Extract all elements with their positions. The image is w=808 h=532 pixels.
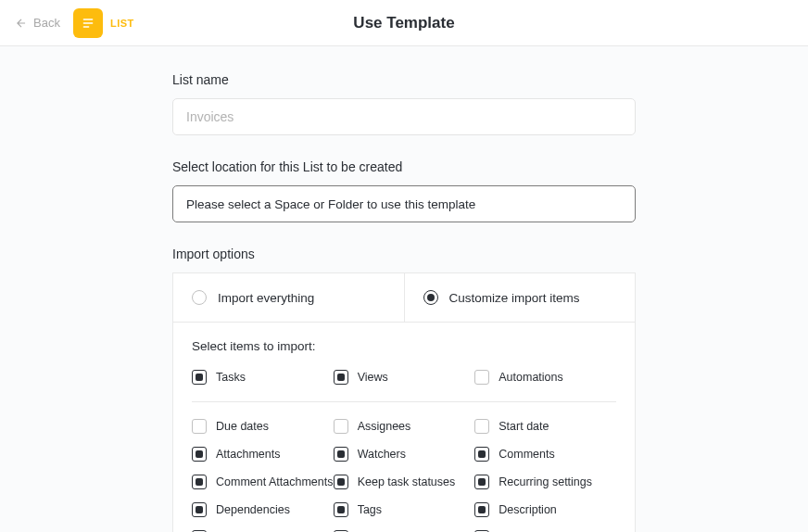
checkbox-attachments[interactable]: Attachments (192, 447, 334, 462)
items-box: Select items to import: TasksViewsAutoma… (172, 323, 636, 532)
list-badge (73, 8, 103, 38)
svg-rect-2 (83, 26, 90, 27)
checkbox-label: Keep task statuses (358, 475, 456, 488)
topbar: Back LIST Use Template (0, 0, 808, 46)
back-label: Back (33, 16, 60, 30)
checkbox-label: Tasks (216, 371, 246, 384)
checkbox-label: Due dates (216, 420, 269, 433)
checkbox-keepstatus[interactable]: Keep task statuses (334, 475, 475, 489)
badge-wrap: LIST (73, 8, 134, 38)
checkbox-label: Description (499, 503, 557, 516)
back-button[interactable]: Back (15, 16, 60, 30)
checkbox-box (474, 475, 489, 489)
items-grid: Due datesAttachmentsComment AttachmentsD… (192, 419, 616, 532)
checkbox-box (474, 419, 489, 434)
checkbox-label: Watchers (358, 448, 406, 461)
checkbox-comments[interactable]: Comments (474, 447, 616, 462)
location-label: Select location for this List to be crea… (172, 159, 636, 174)
location-select[interactable]: Please select a Space or Folder to use t… (172, 185, 636, 222)
svg-rect-1 (83, 22, 94, 23)
checkbox-tags[interactable]: Tags (334, 502, 475, 517)
checkbox-tasks[interactable]: Tasks (192, 370, 334, 385)
checkbox-box (334, 370, 348, 385)
checkbox-label: Start date (499, 420, 549, 433)
radio-import-custom[interactable]: Customize import items (404, 273, 636, 322)
checkbox-box (474, 370, 489, 385)
arrow-left-icon (15, 17, 28, 30)
page-title: Use Template (353, 14, 454, 32)
list-name-input[interactable] (172, 98, 636, 135)
radio-circle (423, 290, 438, 305)
content: List name Select location for this List … (172, 46, 636, 532)
checkbox-box (474, 502, 489, 517)
checkbox-box (192, 475, 207, 489)
column-b: AssigneesWatchersKeep task statusesTagsC… (334, 419, 475, 532)
checkbox-label: Tags (358, 503, 382, 516)
checkbox-label: Comment Attachments (216, 475, 333, 488)
checkbox-startdate[interactable]: Start date (474, 419, 616, 434)
list-name-section: List name (172, 72, 636, 135)
checkbox-box (334, 447, 348, 462)
import-radios: Import everything Customize import items (172, 272, 636, 323)
checkbox-views[interactable]: Views (334, 370, 475, 385)
radio-custom-label: Customize import items (449, 291, 580, 305)
radio-circle (192, 290, 207, 305)
checkbox-label: Assignees (358, 420, 411, 433)
import-section: Import options Import everything Customi… (172, 247, 636, 532)
location-section: Select location for this List to be crea… (172, 159, 636, 222)
list-name-label: List name (172, 72, 636, 87)
checkbox-assignees[interactable]: Assignees (334, 419, 475, 434)
badge-text: LIST (110, 18, 134, 29)
select-items-label: Select items to import: (192, 339, 616, 353)
checkbox-label: Recurring settings (499, 475, 592, 488)
list-icon (81, 16, 95, 31)
checkbox-dependencies[interactable]: Dependencies (192, 502, 334, 517)
radio-import-all[interactable]: Import everything (173, 273, 404, 322)
svg-rect-0 (83, 19, 94, 19)
checkbox-label: Comments (499, 448, 554, 461)
checkbox-description[interactable]: Description (474, 502, 616, 517)
import-label: Import options (172, 247, 636, 261)
checkbox-box (192, 370, 207, 385)
checkbox-automations[interactable]: Automations (474, 370, 616, 385)
column-c: Start dateCommentsRecurring settingsDesc… (474, 419, 616, 532)
checkbox-box (334, 475, 348, 489)
checkbox-label: Views (358, 371, 388, 384)
checkbox-duedates[interactable]: Due dates (192, 419, 334, 434)
checkbox-box (334, 502, 348, 517)
checkbox-label: Dependencies (216, 503, 290, 516)
checkbox-recurring[interactable]: Recurring settings (474, 475, 616, 489)
radio-all-label: Import everything (218, 291, 314, 305)
checkbox-commentattach[interactable]: Comment Attachments (192, 475, 334, 489)
checkbox-label: Attachments (216, 448, 280, 461)
column-a: Due datesAttachmentsComment AttachmentsD… (192, 419, 334, 532)
top-row: TasksViewsAutomations (192, 370, 616, 402)
checkbox-box (474, 447, 489, 462)
checkbox-box (192, 419, 207, 434)
checkbox-box (192, 447, 207, 462)
checkbox-label: Automations (499, 371, 562, 384)
checkbox-box (192, 502, 207, 517)
checkbox-box (334, 419, 348, 434)
checkbox-watchers[interactable]: Watchers (334, 447, 475, 462)
